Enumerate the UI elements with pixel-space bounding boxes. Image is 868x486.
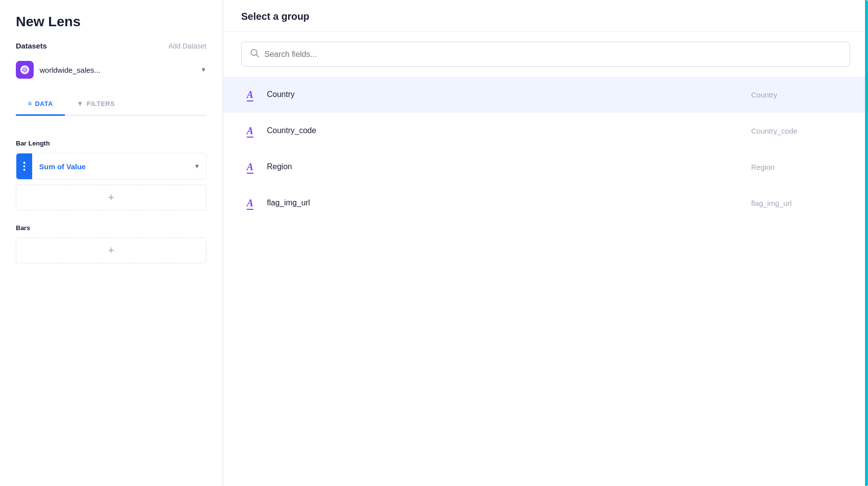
- add-dataset-button[interactable]: Add Dataset: [168, 42, 206, 50]
- field-source-country: Country: [751, 91, 850, 99]
- field-source-flag-img-url: flag_img_url: [751, 199, 850, 207]
- add-metric-button[interactable]: +: [16, 185, 206, 210]
- dot-2: [23, 165, 25, 167]
- tab-data[interactable]: ≡ DATA: [16, 93, 65, 116]
- field-type-icon-country: A: [241, 86, 259, 103]
- fields-list: A Country Country A Country_code Country…: [223, 77, 868, 486]
- tab-data-label: DATA: [35, 100, 53, 107]
- field-name-country: Country: [267, 90, 751, 99]
- dataset-icon: [16, 61, 34, 79]
- filters-tab-icon: ▼: [77, 99, 84, 107]
- type-letter-flag-img-url: A: [247, 197, 253, 209]
- search-box: [241, 42, 850, 67]
- metric-name: Sum of Value: [32, 162, 188, 171]
- field-type-icon-flag-img-url: A: [241, 194, 259, 212]
- field-type-icon-region: A: [241, 158, 259, 176]
- field-name-country-code: Country_code: [267, 126, 751, 135]
- field-item-flag-img-url[interactable]: A flag_img_url flag_img_url: [223, 185, 868, 221]
- right-panel: Select a group A Country Country: [223, 0, 868, 486]
- dataset-icon-svg: [20, 65, 30, 75]
- search-container: [223, 32, 868, 77]
- search-icon: [250, 48, 259, 60]
- field-item-country[interactable]: A Country Country: [223, 77, 868, 113]
- datasets-label: Datasets: [16, 42, 47, 50]
- type-letter-region: A: [247, 161, 253, 173]
- metric-handle-dots: [23, 162, 25, 171]
- field-item-country-code[interactable]: A Country_code Country_code: [223, 113, 868, 149]
- dot-1: [23, 162, 25, 164]
- type-letter-country: A: [247, 89, 253, 100]
- left-panel-header: New Lens Datasets Add Dataset worldwide_…: [0, 0, 222, 126]
- svg-line-3: [256, 55, 259, 57]
- metric-dropdown-arrow[interactable]: ▼: [188, 163, 206, 170]
- datasets-section: Datasets Add Dataset worldwide_sales... …: [16, 42, 206, 83]
- dataset-dropdown-arrow[interactable]: ▼: [201, 66, 206, 73]
- panel-title: Select a group: [223, 0, 868, 32]
- bar-length-label: Bar Length: [16, 140, 206, 147]
- metric-handle: [16, 153, 32, 179]
- dataset-item[interactable]: worldwide_sales... ▼: [16, 57, 206, 83]
- metric-item[interactable]: Sum of Value ▼: [16, 153, 206, 180]
- field-source-region: Region: [751, 163, 850, 171]
- right-accent-bar: [865, 0, 868, 486]
- tab-filters[interactable]: ▼ FILTERS: [65, 93, 127, 116]
- type-letter-country-code: A: [247, 125, 253, 137]
- datasets-header: Datasets Add Dataset: [16, 42, 206, 50]
- tabs-row: ≡ DATA ▼ FILTERS: [16, 93, 206, 116]
- tab-filters-label: FILTERS: [87, 100, 115, 107]
- panel-content: Bar Length Sum of Value ▼ + Bars +: [0, 126, 222, 486]
- field-name-region: Region: [267, 162, 751, 171]
- search-input[interactable]: [264, 50, 842, 59]
- field-name-flag-img-url: flag_img_url: [267, 198, 751, 207]
- field-type-icon-country-code: A: [241, 122, 259, 140]
- add-bar-button[interactable]: +: [16, 238, 206, 263]
- left-panel: New Lens Datasets Add Dataset worldwide_…: [0, 0, 223, 486]
- field-source-country-code: Country_code: [751, 127, 850, 135]
- lens-title: New Lens: [16, 14, 206, 30]
- field-item-region[interactable]: A Region Region: [223, 149, 868, 185]
- bars-label: Bars: [16, 224, 206, 232]
- dataset-name: worldwide_sales...: [40, 66, 195, 74]
- data-tab-icon: ≡: [28, 99, 32, 107]
- dot-3: [23, 169, 25, 171]
- bars-section: Bars +: [16, 224, 206, 263]
